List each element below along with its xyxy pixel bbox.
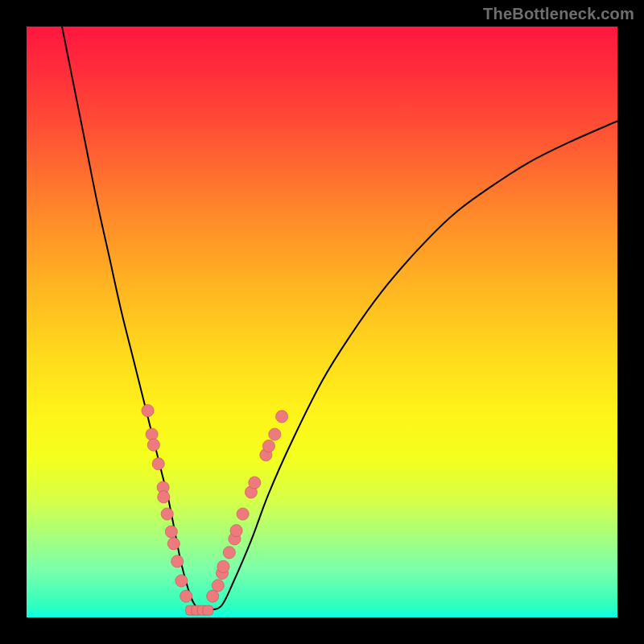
data-marker (147, 439, 159, 451)
data-markers (142, 405, 288, 616)
data-marker (237, 508, 249, 520)
data-marker (152, 458, 164, 470)
data-marker (217, 560, 229, 572)
data-marker (161, 508, 173, 520)
data-marker (212, 580, 224, 592)
chart-frame: TheBottleneck.com (0, 0, 644, 644)
data-marker (207, 590, 219, 602)
data-marker (142, 405, 154, 417)
bottleneck-curve (62, 27, 617, 610)
data-marker (146, 428, 158, 440)
data-marker (167, 538, 180, 550)
data-marker (230, 525, 242, 537)
plot-area (27, 27, 617, 617)
data-marker (262, 440, 275, 452)
data-marker (276, 411, 288, 423)
data-marker (165, 526, 177, 538)
data-marker (180, 590, 192, 602)
chart-svg (27, 27, 617, 617)
watermark-text: TheBottleneck.com (483, 5, 634, 23)
data-marker (171, 555, 184, 568)
data-marker (269, 428, 281, 440)
data-marker (158, 491, 170, 503)
data-marker (175, 575, 188, 587)
data-marker (203, 605, 213, 615)
data-marker (223, 547, 235, 559)
data-marker (249, 477, 261, 489)
